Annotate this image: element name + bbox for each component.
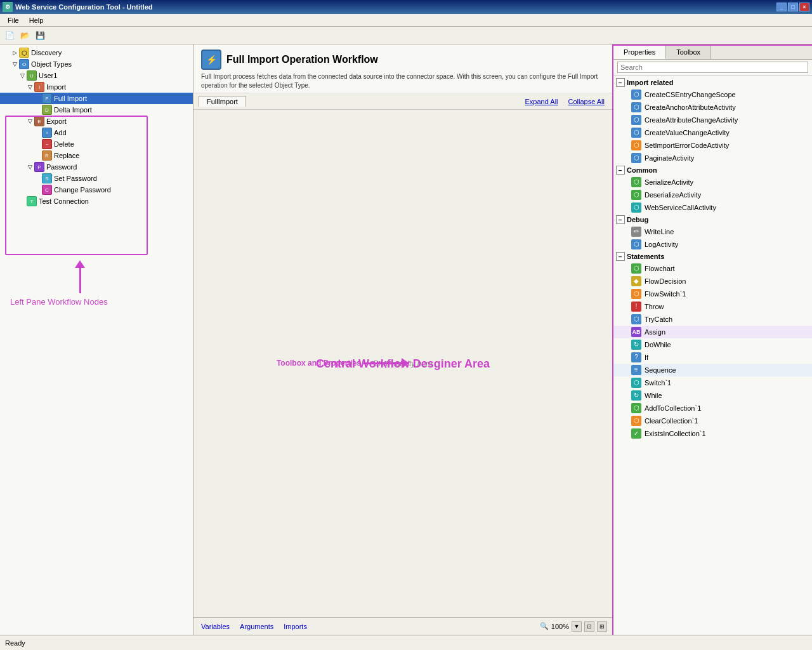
- tree-item-test-connection[interactable]: · T Test Connection: [0, 196, 193, 207]
- item-writeline[interactable]: ✏ WriteLine: [613, 225, 812, 238]
- tree-item-export[interactable]: ▽ E Export: [0, 116, 193, 127]
- item-flowchart[interactable]: ⬡ Flowchart: [613, 262, 812, 275]
- expand-password[interactable]: ▽: [26, 163, 34, 171]
- open-button[interactable]: 📂: [18, 29, 32, 43]
- item-webservice-call[interactable]: ⬡ WebServiceCallActivity: [613, 201, 812, 214]
- item-sequence[interactable]: ≡ Sequence: [613, 364, 812, 376]
- item-switch[interactable]: ⬡ Switch`1: [613, 376, 812, 389]
- title-bar: ⚙ Web Service Configuration Tool - Untit…: [0, 0, 812, 14]
- toolbar: 📄 📂 💾: [0, 27, 812, 44]
- delta-import-label: Delta Import: [54, 106, 92, 114]
- deserialize-label: DeserializeActivity: [645, 191, 701, 199]
- item-create-anchor[interactable]: ⬡ CreateAnchorAttributeActivity: [613, 101, 812, 114]
- item-create-attr-change[interactable]: ⬡ CreateAttributeChangeActivity: [613, 114, 812, 126]
- close-button[interactable]: ×: [799, 3, 809, 11]
- collapse-all-button[interactable]: Collapse All: [566, 98, 607, 105]
- tree-item-discovery[interactable]: ▷ ⬡ Discovery: [0, 47, 193, 58]
- tree-item-replace[interactable]: · R Replace: [0, 150, 193, 161]
- item-exists-in-collection[interactable]: ✓ ExistsInCollection`1: [613, 427, 812, 440]
- trycatch-icon: ⬡: [631, 314, 641, 324]
- tree-item-import[interactable]: ▽ I Import: [0, 81, 193, 93]
- delta-import-icon: D: [42, 105, 52, 115]
- tree-item-delete[interactable]: · − Delete: [0, 138, 193, 150]
- properties-tab[interactable]: Properties: [613, 46, 666, 59]
- minimize-button[interactable]: _: [776, 3, 787, 11]
- workflow-toolbar: FullImport Expand All Collapse All: [193, 93, 612, 110]
- right-pane: Properties Toolbox − Import related ⬡ Cr…: [612, 44, 812, 635]
- zoom-dropdown[interactable]: ▼: [572, 621, 582, 632]
- expand-common-icon: −: [616, 166, 625, 175]
- toolbox-tab[interactable]: Toolbox: [666, 46, 711, 59]
- create-anchor-icon: ⬡: [631, 102, 641, 112]
- sequence-label: Sequence: [645, 366, 676, 374]
- drop-hint: Drop activity here: [373, 359, 432, 368]
- full-import-icon: F: [42, 93, 52, 103]
- trycatch-label: TryCatch: [645, 315, 672, 323]
- expand-import[interactable]: ▽: [26, 83, 34, 91]
- save-button[interactable]: 💾: [33, 29, 47, 43]
- item-dowhile[interactable]: ↻ DoWhile: [613, 338, 812, 351]
- item-while[interactable]: ↻ While: [613, 389, 812, 402]
- menu-help[interactable]: Help: [24, 15, 49, 25]
- tree-item-full-import[interactable]: · F Full Import: [0, 93, 193, 104]
- tree-item-user1[interactable]: ▽ U User1: [0, 70, 193, 81]
- tree-item-set-password[interactable]: · S Set Password: [0, 173, 193, 184]
- item-deserialize[interactable]: ⬡ DeserializeActivity: [613, 189, 812, 201]
- category-import-related[interactable]: − Import related: [613, 77, 812, 88]
- create-attr-change-label: CreateAttributeChangeActivity: [645, 116, 738, 124]
- set-password-icon: S: [42, 173, 52, 183]
- category-statements[interactable]: − Statements: [613, 251, 812, 262]
- zoom-icon: 🔍: [540, 622, 549, 630]
- workflow-header: ⚡ Full Import Operation Workflow Full Im…: [193, 44, 612, 93]
- expand-discovery[interactable]: ▷: [11, 49, 18, 56]
- new-button[interactable]: 📄: [3, 29, 16, 43]
- item-clear-collection[interactable]: ⬡ ClearCollection`1: [613, 415, 812, 427]
- zoom-reset[interactable]: ⊞: [597, 621, 607, 632]
- clear-collection-icon: ⬡: [631, 416, 641, 426]
- expand-export[interactable]: ▽: [26, 117, 34, 125]
- item-paginate[interactable]: ⬡ PaginateActivity: [613, 152, 812, 164]
- expand-user1[interactable]: ▽: [18, 72, 26, 79]
- menu-file[interactable]: File: [3, 15, 24, 25]
- search-input[interactable]: [617, 62, 808, 73]
- tree-item-password[interactable]: ▽ P Password: [0, 161, 193, 173]
- tree-item-delta-import[interactable]: · D Delta Import: [0, 104, 193, 116]
- category-common[interactable]: − Common: [613, 164, 812, 176]
- expand-object-types[interactable]: ▽: [11, 60, 18, 68]
- item-if[interactable]: ? If: [613, 351, 812, 364]
- exists-in-collection-label: ExistsInCollection`1: [645, 430, 706, 437]
- maximize-button[interactable]: □: [788, 3, 798, 11]
- status-text: Ready: [5, 639, 25, 647]
- bottom-bar: Variables Arguments Imports 🔍 100% ▼ ⊡ ⊞: [193, 617, 612, 635]
- item-logactivity[interactable]: ⬡ LogActivity: [613, 238, 812, 251]
- imports-button[interactable]: Imports: [281, 622, 310, 631]
- item-create-value-change[interactable]: ⬡ CreateValueChangeActivity: [613, 126, 812, 139]
- create-cs-entry-icon: ⬡: [631, 90, 641, 100]
- item-set-import-error[interactable]: ⬡ SetImportErrorCodeActivity: [613, 139, 812, 152]
- serialize-icon: ⬡: [631, 177, 641, 187]
- tree-item-add[interactable]: · + Add: [0, 127, 193, 138]
- item-create-cs-entry[interactable]: ⬡ CreateCSEntryChangeScope: [613, 88, 812, 101]
- designer-area[interactable]: Drop activity here Central Workflow Desg…: [193, 110, 612, 617]
- discovery-label: Discovery: [31, 49, 62, 56]
- expand-all-button[interactable]: Expand All: [523, 98, 561, 105]
- tree-item-object-types[interactable]: ▽ O Object Types: [0, 58, 193, 70]
- delete-icon: −: [42, 139, 52, 149]
- zoom-fit[interactable]: ⊡: [584, 621, 594, 632]
- toolbox-tree: − Import related ⬡ CreateCSEntryChangeSc…: [613, 76, 812, 635]
- tree-item-change-password[interactable]: · C Change Password: [0, 184, 193, 196]
- center-pane: ⚡ Full Import Operation Workflow Full Im…: [193, 44, 612, 635]
- workflow-tab-fullimport[interactable]: FullImport: [199, 96, 246, 107]
- item-flowdecision[interactable]: ◆ FlowDecision: [613, 275, 812, 288]
- item-serialize[interactable]: ⬡ SerializeActivity: [613, 176, 812, 189]
- item-flowswitch[interactable]: ⬡ FlowSwitch`1: [613, 288, 812, 300]
- item-throw[interactable]: ! Throw: [613, 300, 812, 313]
- create-anchor-label: CreateAnchorAttributeActivity: [645, 103, 736, 111]
- item-trycatch[interactable]: ⬡ TryCatch: [613, 313, 812, 326]
- item-add-to-collection[interactable]: ⬡ AddToCollection`1: [613, 402, 812, 415]
- arguments-button[interactable]: Arguments: [237, 622, 276, 631]
- paginate-icon: ⬡: [631, 153, 641, 163]
- variables-button[interactable]: Variables: [199, 622, 232, 631]
- item-assign[interactable]: AB Assign: [613, 326, 812, 338]
- category-debug[interactable]: − Debug: [613, 214, 812, 225]
